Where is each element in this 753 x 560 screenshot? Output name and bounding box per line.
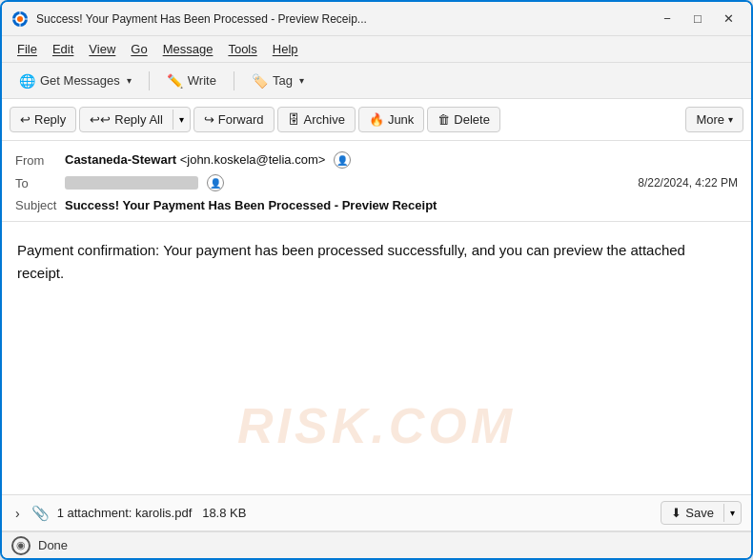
to-label: To bbox=[15, 176, 65, 190]
action-bar: ↩ Reply ↩↩ Reply All ▾ ↪ Forward 🗄 Archi… bbox=[2, 99, 751, 141]
to-blurred bbox=[65, 176, 198, 190]
save-dropdown[interactable]: ▾ bbox=[723, 504, 741, 522]
title-bar: Success! Your Payment Has Been Processed… bbox=[2, 2, 751, 36]
to-person-icon[interactable]: 👤 bbox=[207, 174, 224, 191]
get-messages-button[interactable]: 🌐 Get Messages ▾ bbox=[10, 70, 141, 92]
close-button[interactable]: ✕ bbox=[715, 9, 742, 30]
toolbar-separator bbox=[149, 71, 150, 90]
reply-button[interactable]: ↩ Reply bbox=[10, 108, 75, 131]
archive-icon: 🗄 bbox=[288, 112, 300, 127]
delete-button[interactable]: 🗑 Delete bbox=[427, 107, 500, 132]
subject-row: Subject Success! Your Payment Has Been P… bbox=[15, 194, 738, 217]
reply-all-dropdown[interactable]: ▾ bbox=[173, 110, 190, 130]
get-messages-dropdown-icon[interactable]: ▾ bbox=[127, 75, 132, 86]
write-button[interactable]: ✏️ Write bbox=[157, 70, 226, 92]
email-date: 8/22/2024, 4:22 PM bbox=[638, 176, 738, 190]
attachment-expand-icon[interactable]: › bbox=[11, 504, 24, 523]
toolbar: 🌐 Get Messages ▾ ✏️ Write 🏷️ Tag ▾ bbox=[2, 63, 751, 99]
forward-button[interactable]: ↪ Forward bbox=[193, 107, 275, 132]
attachment-bar: › 📎 1 attachment: karolis.pdf 18.8 KB ⬇ … bbox=[2, 494, 751, 531]
window-controls: − □ ✕ bbox=[654, 9, 742, 30]
save-split: ⬇ Save ▾ bbox=[661, 501, 742, 525]
menu-help[interactable]: Help bbox=[265, 39, 306, 59]
reply-icon: ↩ bbox=[20, 112, 31, 127]
menu-message[interactable]: Message bbox=[155, 39, 221, 59]
menu-edit[interactable]: Edit bbox=[45, 39, 81, 59]
from-row: From Castaneda-Stewart <john.koskela@tel… bbox=[15, 149, 738, 171]
menu-file[interactable]: File bbox=[10, 39, 45, 59]
menu-bar: File Edit View Go Message Tools Help bbox=[2, 36, 751, 63]
more-dropdown-icon: ▾ bbox=[728, 114, 733, 125]
forward-icon: ↪ bbox=[204, 112, 214, 127]
save-icon: ⬇ bbox=[671, 506, 682, 520]
status-bar: ◉ Done bbox=[2, 531, 751, 558]
status-radio-icon: ◉ bbox=[11, 536, 31, 555]
maximize-button[interactable]: □ bbox=[684, 9, 711, 30]
attachment-text: 1 attachment: karolis.pdf 18.8 KB bbox=[57, 506, 654, 520]
delete-icon: 🗑 bbox=[438, 112, 450, 127]
email-header: From Castaneda-Stewart <john.koskela@tel… bbox=[2, 141, 751, 222]
pencil-icon: ✏️ bbox=[167, 73, 183, 89]
save-button[interactable]: ⬇ Save bbox=[661, 502, 723, 524]
menu-tools[interactable]: Tools bbox=[220, 39, 264, 59]
menu-view[interactable]: View bbox=[81, 39, 123, 59]
subject-value: Success! Your Payment Has Been Processed… bbox=[65, 198, 437, 212]
email-body: Payment confirmation: Your payment has b… bbox=[2, 222, 751, 494]
to-row: To 👤 8/22/2024, 4:22 PM bbox=[15, 171, 738, 194]
status-text: Done bbox=[38, 538, 68, 552]
attachment-clip-icon: 📎 bbox=[31, 505, 50, 522]
subject-label: Subject bbox=[15, 198, 65, 212]
email-body-text: Payment confirmation: Your payment has b… bbox=[17, 239, 736, 285]
app-icon bbox=[11, 10, 29, 28]
from-label: From bbox=[15, 153, 65, 168]
minimize-button[interactable]: − bbox=[654, 9, 681, 30]
reply-all-split: ↩↩ Reply All ▾ bbox=[79, 107, 191, 132]
tag-icon: 🏷️ bbox=[252, 73, 268, 89]
app-window: Success! Your Payment Has Been Processed… bbox=[0, 0, 753, 560]
cloud-icon: 🌐 bbox=[19, 73, 35, 89]
tag-dropdown-icon[interactable]: ▾ bbox=[299, 75, 304, 86]
to-value: 👤 bbox=[65, 174, 638, 191]
svg-point-2 bbox=[17, 16, 23, 22]
junk-icon: 🔥 bbox=[369, 112, 384, 127]
reply-split: ↩ Reply bbox=[10, 107, 76, 132]
more-button[interactable]: More ▾ bbox=[685, 107, 743, 132]
archive-button[interactable]: 🗄 Archive bbox=[277, 107, 356, 132]
junk-button[interactable]: 🔥 Junk bbox=[358, 107, 424, 132]
tag-button[interactable]: 🏷️ Tag ▾ bbox=[242, 70, 314, 92]
toolbar-separator-2 bbox=[234, 71, 234, 90]
menu-go[interactable]: Go bbox=[123, 39, 154, 59]
from-value: Castaneda-Stewart <john.koskela@telia.co… bbox=[65, 151, 738, 169]
window-title: Success! Your Payment Has Been Processed… bbox=[36, 12, 654, 26]
reply-all-icon: ↩↩ bbox=[90, 112, 111, 127]
reply-all-button[interactable]: ↩↩ Reply All bbox=[80, 108, 173, 131]
from-person-icon[interactable]: 👤 bbox=[334, 151, 351, 169]
watermark: RISK.COM bbox=[237, 387, 516, 466]
